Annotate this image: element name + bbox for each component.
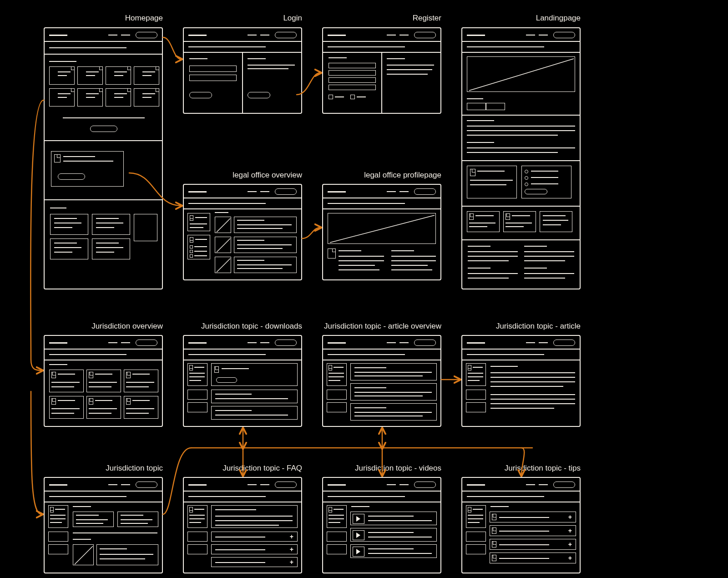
label-landing: Landingpage xyxy=(461,14,581,23)
label-jur-overview: Jurisdiction overview xyxy=(44,322,163,331)
wireframe-jur-tips[interactable]: + + + + xyxy=(461,477,581,573)
label-jur-topic: Jurisdiction topic xyxy=(44,464,163,473)
wireframe-jur-article-overview[interactable] xyxy=(322,335,441,427)
label-jur-downloads: Jurisdiction topic - downloads xyxy=(183,322,302,331)
wireframe-register[interactable] xyxy=(322,27,441,114)
wireframe-homepage[interactable] xyxy=(44,27,163,289)
play-icon xyxy=(356,532,360,538)
wireframe-jur-faq[interactable]: + + + xyxy=(183,477,302,573)
wireframe-legal-overview[interactable] xyxy=(183,184,302,280)
wireframe-jur-overview[interactable] xyxy=(44,335,163,427)
label-jur-article-overview: Jurisdiction topic - article overview xyxy=(322,322,441,331)
label-jur-faq: Jurisdiction topic - FAQ xyxy=(183,464,302,473)
label-login: Login xyxy=(183,14,302,23)
wireframe-jur-article[interactable] xyxy=(461,335,581,427)
wireframe-legal-profile[interactable] xyxy=(322,184,441,280)
svg-line-2 xyxy=(217,238,230,252)
wireframe-jur-videos[interactable] xyxy=(322,477,441,573)
wireframe-jur-topic[interactable] xyxy=(44,477,163,573)
wireframe-landingpage[interactable] xyxy=(461,27,581,289)
label-legal-profile: legal office profilepage xyxy=(322,171,441,180)
svg-line-1 xyxy=(217,218,230,232)
label-homepage: Homepage xyxy=(0,14,163,23)
wireframe-jur-downloads[interactable] xyxy=(183,335,302,427)
play-icon xyxy=(356,516,360,522)
svg-line-4 xyxy=(330,215,435,243)
label-jur-tips: Jurisdiction topic - tips xyxy=(461,464,581,473)
svg-line-5 xyxy=(75,546,93,564)
svg-line-0 xyxy=(469,59,574,91)
label-register: Register xyxy=(322,14,441,23)
label-jur-article: Jurisdiction topic - article xyxy=(461,322,581,331)
sitemap-canvas: Homepage Login Register Landingpage lega… xyxy=(0,0,728,578)
wireframe-login[interactable] xyxy=(183,27,302,114)
label-jur-videos: Jurisdiction topic - videos xyxy=(322,464,441,473)
svg-line-3 xyxy=(217,259,230,272)
label-legal-overview: legal office overview xyxy=(183,171,302,180)
play-icon xyxy=(356,549,360,554)
